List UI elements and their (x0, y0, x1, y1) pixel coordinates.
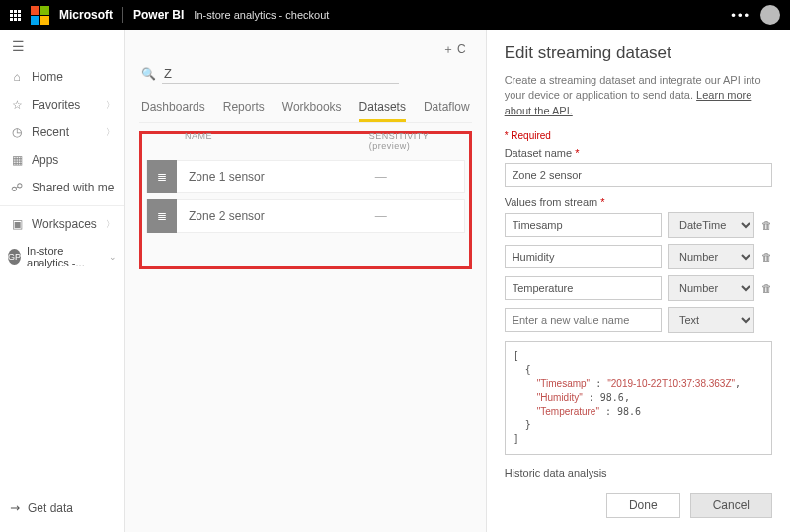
delete-field-icon[interactable]: 🗑 (760, 219, 772, 231)
tab-dataflows[interactable]: Dataflow (424, 100, 470, 122)
content-area: ＋ C 🔍 Dashboards Reports Workbooks Datas… (125, 30, 486, 532)
get-data-icon: ↗ (7, 500, 24, 517)
stream-field-row: Number 🗑 (505, 275, 772, 301)
dataset-row[interactable]: ≣ Zone 2 sensor — (146, 199, 465, 233)
nav-shared[interactable]: ☍Shared with me (0, 174, 124, 201)
current-workspace-label: In-store analytics -... (27, 245, 103, 268)
app-launcher-icon[interactable] (10, 10, 21, 21)
stream-field-row-new: Text 🗑 (505, 307, 772, 333)
apps-icon: ▦ (10, 153, 24, 167)
tab-workbooks[interactable]: Workbooks (282, 100, 342, 122)
dataset-sensitivity: — (375, 209, 464, 223)
nav-apps-label: Apps (32, 153, 58, 167)
chevron-right-icon: 〉 (106, 99, 115, 112)
home-icon: ⌂ (10, 70, 24, 84)
panel-footer: Done Cancel (487, 483, 790, 532)
new-field-type-select[interactable]: Text (668, 307, 754, 333)
nav-apps[interactable]: ▦Apps (0, 146, 124, 174)
dataset-name-label: Dataset name (505, 147, 772, 159)
panel-title: Edit streaming dataset (505, 43, 772, 63)
col-sensitivity: SENSITIVITY (preview) (369, 131, 468, 151)
dataset-name: Zone 1 sensor (189, 170, 375, 184)
new-field-name-input[interactable] (505, 308, 662, 332)
search-icon: 🔍 (141, 67, 156, 81)
dataset-row[interactable]: ≣ Zone 1 sensor — (146, 160, 465, 193)
nav-recent-label: Recent (32, 125, 69, 139)
current-workspace[interactable]: GP In-store analytics -... ⌄ (0, 238, 124, 275)
historic-analysis-label: Historic data analysis (505, 467, 772, 479)
field-name-input[interactable] (505, 245, 662, 268)
edit-streaming-dataset-panel: Edit streaming dataset Create a streamin… (486, 30, 790, 532)
sidebar: ☰ ⌂Home ☆Favorites〉 ◷Recent〉 ▦Apps ☍Shar… (0, 30, 125, 532)
cancel-button[interactable]: Cancel (690, 493, 772, 518)
clock-icon: ◷ (10, 125, 24, 139)
chevron-right-icon: 〉 (106, 218, 115, 231)
values-from-stream-label: Values from stream (505, 196, 772, 208)
dataset-icon: ≣ (147, 199, 177, 233)
field-type-select[interactable]: Number (668, 244, 754, 269)
microsoft-logo-icon (31, 6, 49, 25)
add-button[interactable]: ＋ C (442, 41, 466, 58)
user-avatar[interactable] (760, 5, 780, 25)
nav-favorites[interactable]: ☆Favorites〉 (0, 91, 124, 118)
stream-field-row: Number 🗑 (505, 244, 772, 269)
get-data-label: Get data (28, 501, 73, 515)
tab-dashboards[interactable]: Dashboards (141, 100, 205, 122)
done-button[interactable]: Done (606, 493, 680, 518)
dataset-icon: ≣ (147, 160, 177, 193)
dataset-name: Zone 2 sensor (189, 209, 375, 223)
tab-datasets[interactable]: Datasets (359, 100, 406, 122)
panel-description: Create a streaming dataset and integrate… (505, 73, 772, 118)
dataset-sensitivity: — (375, 170, 464, 184)
topbar-divider (122, 7, 123, 23)
workspaces-icon: ▣ (10, 217, 24, 231)
product-label: Power BI (133, 8, 184, 22)
nav-workspaces[interactable]: ▣Workspaces〉 (0, 210, 124, 238)
delete-field-icon[interactable]: 🗑 (760, 282, 772, 294)
workspace-avatar-icon: GP (8, 249, 21, 265)
get-data-button[interactable]: ↗Get data (0, 494, 124, 522)
field-name-input[interactable] (505, 276, 662, 300)
dataset-list-highlight: ≣ Zone 1 sensor — ≣ Zone 2 sensor — (139, 131, 472, 269)
field-type-select[interactable]: DateTime (668, 212, 754, 238)
hamburger-icon[interactable]: ☰ (0, 30, 124, 63)
shared-icon: ☍ (10, 181, 24, 194)
nav-shared-label: Shared with me (32, 181, 114, 194)
delete-field-icon[interactable]: 🗑 (760, 251, 772, 263)
field-type-select[interactable]: Number (668, 275, 754, 301)
nav-home[interactable]: ⌂Home (0, 63, 124, 91)
top-bar: Microsoft Power BI In-store analytics - … (0, 0, 790, 30)
nav-favorites-label: Favorites (32, 98, 80, 112)
content-tabs: Dashboards Reports Workbooks Datasets Da… (139, 94, 472, 123)
chevron-down-icon: ⌄ (109, 252, 117, 262)
search-input[interactable] (162, 64, 399, 84)
add-label: C (457, 42, 466, 56)
tab-reports[interactable]: Reports (223, 100, 265, 122)
payload-preview: [ { "Timesamp" : "2019-10-22T10:37:38.36… (505, 341, 772, 455)
nav-recent[interactable]: ◷Recent〉 (0, 118, 124, 146)
dataset-name-input[interactable] (505, 163, 772, 187)
nav-home-label: Home (32, 70, 63, 84)
col-name: NAME (185, 131, 369, 151)
required-note: * Required (505, 130, 772, 141)
workspace-title: In-store analytics - checkout (194, 9, 329, 21)
search-bar: 🔍 (139, 60, 472, 94)
stream-field-row: DateTime 🗑 (505, 212, 772, 238)
chevron-right-icon: 〉 (106, 126, 115, 139)
more-options-icon[interactable]: ••• (731, 8, 750, 23)
star-icon: ☆ (10, 98, 24, 112)
field-name-input[interactable] (505, 213, 662, 237)
nav-workspaces-label: Workspaces (32, 217, 97, 231)
brand-label: Microsoft (59, 8, 113, 22)
